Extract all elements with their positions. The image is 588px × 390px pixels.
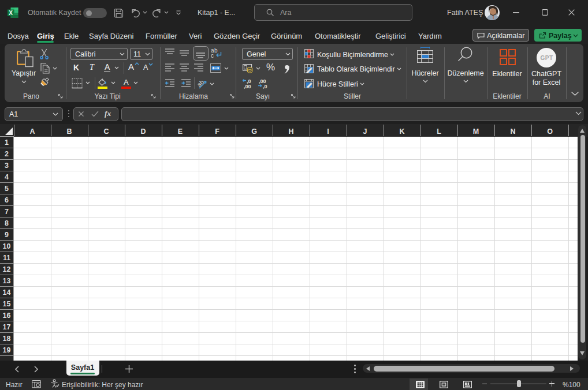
svg-text:,00: ,00 (244, 84, 251, 89)
svg-text:,0: ,0 (263, 84, 267, 89)
svg-text:X: X (9, 10, 13, 16)
